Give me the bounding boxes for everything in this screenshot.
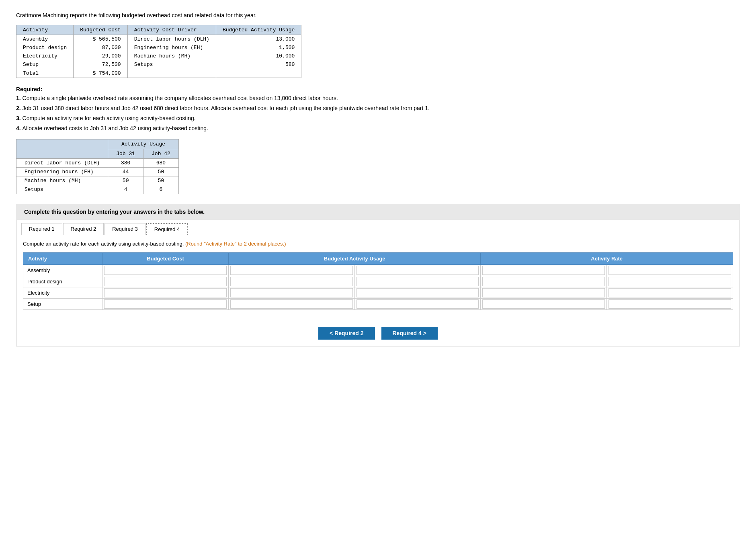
au-cell: 680 — [143, 159, 179, 168]
budget-cell: Product design — [16, 43, 74, 52]
requirement-item: 1. Compute a single plantwide overhead r… — [16, 94, 740, 102]
requirement-item: 3. Compute an activity rate for each act… — [16, 114, 740, 123]
answer-rate-cell-1[interactable] — [607, 299, 733, 310]
budget-cell: 29,000 — [74, 52, 127, 60]
answer-usage-input-0[interactable] — [230, 288, 353, 297]
au-cell: 50 — [143, 176, 179, 185]
answer-rate-input-0[interactable] — [482, 266, 605, 275]
au-cell: Engineering hours (EH) — [16, 168, 108, 176]
au-cell: 380 — [108, 159, 143, 168]
au-span-header: Activity Usage — [108, 139, 179, 149]
budget-cell: $ 754,000 — [74, 69, 127, 78]
answer-usage-input-0[interactable] — [230, 266, 353, 275]
au-cell: Setups — [16, 185, 108, 194]
answer-row: Product design — [23, 276, 733, 287]
ans-col-activity-rate: Activity Rate — [481, 253, 733, 265]
col-budgeted-cost: Budgeted Cost — [74, 25, 127, 35]
answer-usage-cell-1[interactable] — [354, 265, 481, 276]
answer-usage-cell-1[interactable] — [354, 299, 481, 310]
answer-activity: Setup — [23, 299, 102, 310]
budget-table: Activity Budgeted Cost Activity Cost Dri… — [16, 25, 301, 78]
answer-usage-input-0[interactable] — [230, 299, 353, 309]
au-cell: 6 — [143, 185, 179, 194]
answer-usage-input-1[interactable] — [356, 266, 479, 275]
answer-rate-cell-1[interactable] — [607, 276, 733, 287]
tabs-container: Required 1Required 2Required 3Required 4… — [16, 220, 740, 346]
budget-cell: Machine hours (MH) — [127, 52, 216, 60]
answer-budgeted-cost-input[interactable] — [104, 277, 227, 286]
answer-table: Activity Budgeted Cost Budgeted Activity… — [23, 252, 733, 310]
budget-cell: 580 — [216, 60, 301, 69]
intro-text: Craftmore Machining reports the followin… — [16, 12, 740, 18]
answer-rate-cell-1[interactable] — [607, 265, 733, 276]
answer-rate-input-1[interactable] — [608, 266, 731, 275]
tabs-row: Required 1Required 2Required 3Required 4 — [16, 220, 740, 235]
au-col-job42: Job 42 — [143, 149, 179, 159]
col-activity-cost-driver: Activity Cost Driver — [127, 25, 216, 35]
answer-activity: Product design — [23, 276, 102, 287]
answer-usage-input-1[interactable] — [356, 277, 479, 286]
answer-rate-cell-1[interactable] — [607, 287, 733, 299]
answer-rate-cell-0[interactable] — [481, 276, 607, 287]
budget-cell: Assembly — [16, 35, 74, 44]
answer-row: Setup — [23, 299, 733, 310]
ans-col-budgeted-usage: Budgeted Activity Usage — [228, 253, 481, 265]
answer-usage-cell-1[interactable] — [354, 287, 481, 299]
answer-budgeted-cost-input[interactable] — [104, 266, 227, 275]
budget-cell: Total — [16, 69, 74, 78]
budget-cell: 10,000 — [216, 52, 301, 60]
col-budgeted-activity-usage: Budgeted Activity Usage — [216, 25, 301, 35]
budget-cell: Setup — [16, 60, 74, 69]
au-cell: 50 — [143, 168, 179, 176]
tab-req3[interactable]: Required 3 — [104, 223, 145, 235]
ans-col-activity: Activity — [23, 253, 102, 265]
answer-usage-cell-0[interactable] — [228, 276, 354, 287]
tab-req1[interactable]: Required 1 — [21, 223, 62, 235]
answer-budgeted-cost-cell[interactable] — [102, 287, 229, 299]
answer-rate-input-1[interactable] — [608, 277, 731, 286]
tab4-instruction-normal: Compute an activity rate for each activi… — [23, 241, 185, 247]
requirement-item: 4. Allocate overhead costs to Job 31 and… — [16, 124, 740, 133]
instruction-box: Complete this question by entering your … — [16, 204, 740, 220]
budget-cell: Engineering hours (EH) — [127, 43, 216, 52]
answer-usage-cell-0[interactable] — [228, 299, 354, 310]
answer-usage-input-1[interactable] — [356, 299, 479, 309]
budget-cell: 87,000 — [74, 43, 127, 52]
tab-req2[interactable]: Required 2 — [63, 223, 104, 235]
answer-usage-cell-1[interactable] — [354, 276, 481, 287]
answer-rate-input-1[interactable] — [608, 288, 731, 297]
answer-row: Electricity — [23, 287, 733, 299]
answer-usage-input-0[interactable] — [230, 277, 353, 286]
tab4-instruction: Compute an activity rate for each activi… — [23, 241, 733, 247]
au-cell: Direct labor hours (DLH) — [16, 159, 108, 168]
au-col-job31: Job 31 — [108, 149, 143, 159]
answer-rate-cell-0[interactable] — [481, 265, 607, 276]
answer-budgeted-cost-cell[interactable] — [102, 299, 229, 310]
answer-rate-cell-0[interactable] — [481, 287, 607, 299]
ans-col-budgeted-cost: Budgeted Cost — [102, 253, 229, 265]
au-cell: 4 — [108, 185, 143, 194]
answer-budgeted-cost-cell[interactable] — [102, 276, 229, 287]
answer-activity: Electricity — [23, 287, 102, 299]
budget-cell: 1,500 — [216, 43, 301, 52]
answer-usage-cell-0[interactable] — [228, 287, 354, 299]
required-section: Required: 1. Compute a single plantwide … — [16, 86, 740, 133]
tab-req4[interactable]: Required 4 — [146, 223, 188, 235]
answer-rate-input-0[interactable] — [482, 299, 605, 309]
au-cell: 44 — [108, 168, 143, 176]
answer-rate-input-1[interactable] — [608, 299, 731, 309]
next-button[interactable]: Required 4 > — [381, 327, 438, 340]
budget-cell: Electricity — [16, 52, 74, 60]
prev-button[interactable]: < Required 2 — [318, 327, 375, 340]
activity-usage-table: Activity Usage Job 31 Job 42 Direct labo… — [16, 139, 179, 194]
answer-usage-input-1[interactable] — [356, 288, 479, 297]
answer-budgeted-cost-cell[interactable] — [102, 265, 229, 276]
budget-cell: Direct labor hours (DLH) — [127, 35, 216, 44]
budget-cell: 72,500 — [74, 60, 127, 69]
answer-rate-input-0[interactable] — [482, 288, 605, 297]
answer-usage-cell-0[interactable] — [228, 265, 354, 276]
answer-rate-input-0[interactable] — [482, 277, 605, 286]
answer-rate-cell-0[interactable] — [481, 299, 607, 310]
answer-budgeted-cost-input[interactable] — [104, 288, 227, 297]
answer-budgeted-cost-input[interactable] — [104, 299, 227, 309]
